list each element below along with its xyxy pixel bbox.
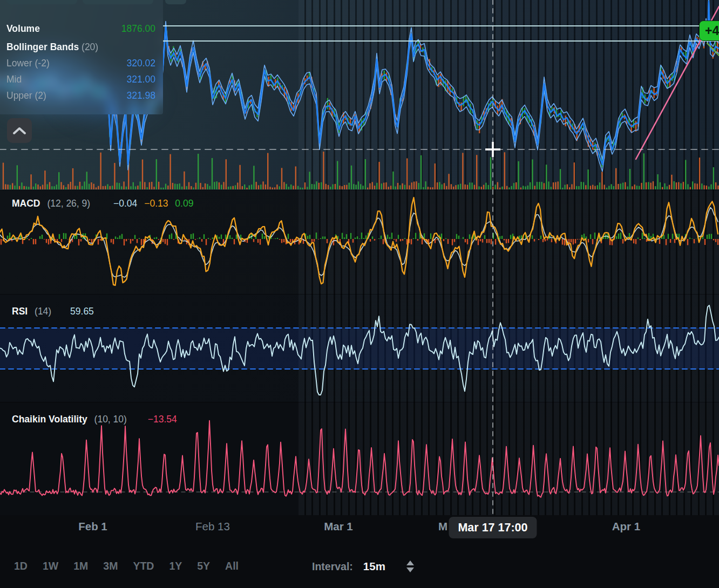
volume-value: 1876.00: [121, 22, 155, 36]
trading-chart-app: Volume 1876.00 Bollinger Bands (20) Lowe…: [0, 0, 719, 588]
macd-label: MACD: [12, 198, 40, 209]
volume-label: Volume: [6, 23, 40, 34]
macd-hist-value: 0.09: [175, 198, 193, 209]
rsi-params: (14): [35, 306, 51, 317]
price-change-badge: +4: [699, 20, 719, 41]
crosshair-date-tooltip: Mar 17 17:00: [449, 517, 537, 538]
bb-lower-label: Lower (-2): [6, 58, 50, 69]
legend-mid-row: Mid 321.00: [6, 72, 155, 86]
range-1m[interactable]: 1M: [73, 560, 88, 572]
stepper-down-icon[interactable]: [406, 568, 414, 572]
range-all[interactable]: All: [225, 560, 239, 572]
top-toolbar-button-1[interactable]: [6, 0, 77, 4]
top-toolbar-button-3[interactable]: [165, 0, 186, 4]
axis-label-feb13: Feb 13: [195, 520, 230, 533]
macd-params: (12, 26, 9): [47, 198, 90, 209]
chaikin-header: Chaikin Volatility (10, 10) −13.54: [12, 412, 181, 426]
bb-upper-label: Upper (2): [6, 90, 46, 101]
price-change-text: +4: [705, 24, 719, 38]
legend-bb-title-row: Bollinger Bands (20): [6, 40, 155, 54]
interval-control: Interval: 15m: [312, 560, 414, 573]
interval-label: Interval:: [312, 560, 353, 573]
rsi-header: RSI (14) 59.65: [12, 304, 98, 318]
rsi-value: 59.65: [70, 306, 94, 317]
bb-mid-label: Mid: [6, 74, 22, 85]
range-ytd[interactable]: YTD: [133, 560, 154, 572]
chaikin-value: −13.54: [148, 414, 177, 425]
range-5y[interactable]: 5Y: [197, 560, 210, 572]
chevron-up-icon: [12, 126, 26, 135]
legend-upper-row: Upper (2) 321.98: [6, 88, 155, 102]
rsi-label: RSI: [12, 306, 28, 317]
bb-mid-value: 321.00: [126, 72, 155, 86]
legend-lower-row: Lower (-2) 320.02: [6, 56, 155, 70]
interval-value[interactable]: 15m: [363, 560, 385, 573]
bb-lower-value: 320.02: [126, 56, 155, 70]
axis-label-feb1: Feb 1: [78, 520, 107, 533]
interval-stepper[interactable]: [406, 560, 414, 572]
time-axis-row: [0, 515, 719, 542]
macd-value: −0.04: [113, 198, 137, 209]
range-1y[interactable]: 1Y: [169, 560, 182, 572]
macd-signal-value: −0.13: [144, 198, 168, 209]
axis-label-partial: M: [438, 520, 447, 533]
chaikin-params: (10, 10): [94, 414, 127, 425]
top-toolbar-button-2[interactable]: [83, 0, 153, 4]
legend-volume-row: Volume 1876.00: [6, 22, 155, 36]
chaikin-label: Chaikin Volatility: [12, 414, 87, 425]
range-3m[interactable]: 3M: [103, 560, 118, 572]
bollinger-title: Bollinger Bands: [6, 42, 79, 52]
axis-label-apr1: Apr 1: [612, 520, 640, 533]
stepper-up-icon[interactable]: [406, 560, 414, 565]
bollinger-period: (20): [82, 42, 98, 52]
range-button-group: 1D 1W 1M 3M YTD 1Y 5Y All: [14, 560, 239, 572]
macd-header: MACD (12, 26, 9) −0.04 −0.13 0.09: [12, 196, 198, 210]
range-1d[interactable]: 1D: [14, 560, 28, 572]
range-1w[interactable]: 1W: [43, 560, 58, 572]
bb-upper-value: 321.98: [126, 88, 155, 102]
collapse-indicators-button[interactable]: [7, 118, 32, 143]
axis-label-mar1: Mar 1: [324, 520, 353, 533]
